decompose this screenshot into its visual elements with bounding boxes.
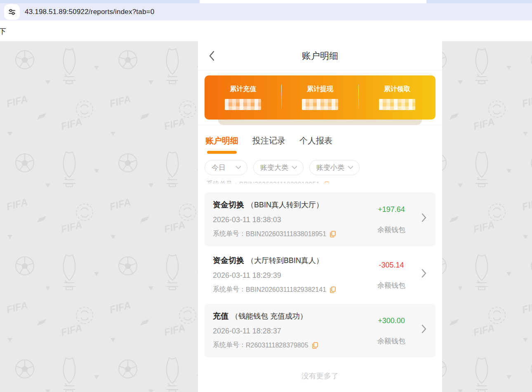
- site-settings-button[interactable]: [4, 4, 20, 20]
- tab-account-detail[interactable]: 账户明细: [205, 135, 238, 154]
- address-bar[interactable]: 43.198.51.89:50922/reports/index?tab=0: [0, 3, 532, 21]
- txn-order-line: 系统单号： BBIN202603111838018951: [213, 230, 361, 238]
- copy-icon[interactable]: [330, 231, 336, 237]
- tab-personal-report[interactable]: 个人报表: [299, 135, 332, 154]
- transaction-right: +300.00 余额钱包: [369, 317, 414, 346]
- card-echo-strip: [218, 120, 422, 125]
- txn-subtitle: （钱能钱包 充值成功）: [231, 311, 307, 321]
- masked-value: [225, 99, 261, 110]
- txn-datetime: 2026-03-11 18:28:37: [213, 327, 361, 336]
- back-chevron-icon: [209, 51, 214, 61]
- order-label: 系统单号：: [213, 285, 246, 294]
- txn-wallet: 余额钱包: [369, 281, 414, 290]
- tab-label: 账户明细: [205, 136, 238, 145]
- corner-text: 下: [0, 26, 6, 36]
- order-label: 系统单号：: [213, 230, 246, 238]
- txn-datetime: 2026-03-11 18:29:39: [213, 271, 361, 280]
- tab-bar: 账户明细 投注记录 个人报表: [198, 125, 442, 154]
- txn-type: 充值: [213, 311, 228, 322]
- tab-label: 投注记录: [252, 136, 285, 145]
- chevron-right-icon: [421, 324, 426, 333]
- chevron-right-icon: [421, 213, 426, 222]
- summary-label: 累计充值: [230, 85, 256, 94]
- summary-label: 累计领取: [384, 85, 410, 94]
- filter-major-type-dropdown[interactable]: 账变大类: [253, 160, 304, 175]
- masked-value: [379, 99, 415, 110]
- summary-col-claimed: 累计领取: [358, 75, 435, 120]
- clipped-list-item: 系统单号： BBIN202603111838018951: [198, 179, 442, 192]
- tab-bet-records[interactable]: 投注记录: [252, 135, 285, 154]
- transaction-list: 资金切换 （BBIN真人转到大厅） 2026-03-11 18:38:03 系统…: [198, 192, 442, 357]
- no-more-text: 没有更多了: [198, 359, 442, 389]
- txn-wallet: 余额钱包: [369, 225, 414, 235]
- tab-label: 个人报表: [299, 136, 332, 145]
- chevron-down-icon: [235, 166, 241, 169]
- filter-date-dropdown[interactable]: 今日: [205, 160, 247, 175]
- chevron-down-icon: [292, 166, 297, 169]
- summary-col-recharge: 累计充值: [205, 75, 282, 120]
- order-number: BBIN202603111829382141: [246, 286, 326, 293]
- page-title: 账户明细: [198, 41, 442, 70]
- order-number: R2603111828379805: [246, 342, 308, 349]
- filter-label: 账变小类: [316, 163, 344, 172]
- browser-active-tab: [200, 0, 426, 3]
- transaction-right: +197.64 余额钱包: [369, 205, 414, 235]
- txn-type: 资金切换: [213, 200, 244, 210]
- page-top-strip: 下: [0, 21, 532, 41]
- chevron-down-icon: [348, 166, 353, 169]
- copy-icon[interactable]: [312, 342, 318, 349]
- summary-card: 累计充值 累计提现 累计领取: [205, 75, 435, 120]
- filter-bar: 今日 账变大类 账变小类: [198, 154, 442, 179]
- txn-amount: +197.64: [369, 205, 414, 214]
- summary-col-withdraw: 累计提现: [282, 75, 359, 120]
- txn-subtitle: （大厅转到BBIN真人）: [247, 256, 323, 265]
- browser-tab-strip: [0, 0, 532, 3]
- url-text[interactable]: 43.198.51.89:50922/reports/index?tab=0: [25, 8, 154, 16]
- site-settings-icon: [8, 8, 16, 16]
- txn-type: 资金切换: [213, 255, 244, 266]
- txn-order-line: 系统单号： R2603111828379805: [213, 341, 361, 350]
- txn-amount: -305.14: [369, 261, 414, 270]
- filter-label: 今日: [212, 163, 226, 172]
- copy-icon[interactable]: [330, 286, 336, 293]
- filter-minor-type-dropdown[interactable]: 账变小类: [309, 160, 360, 175]
- page-content: FIFA FIFA: [0, 41, 532, 392]
- summary-label: 累计提现: [307, 85, 333, 94]
- order-number: BBIN202603111838018951: [246, 230, 326, 238]
- chevron-right-icon: [421, 269, 426, 278]
- back-button[interactable]: [209, 51, 214, 63]
- txn-amount: +300.00: [369, 317, 414, 325]
- panel-header: 账户明细: [198, 41, 442, 70]
- order-label: 系统单号：: [213, 341, 246, 350]
- mobile-panel: 账户明细 累计充值 累计提现 累计领取: [198, 41, 442, 392]
- filter-label: 账变大类: [260, 163, 288, 172]
- txn-wallet: 余额钱包: [369, 336, 414, 346]
- summary-section: 累计充值 累计提现 累计领取: [198, 70, 442, 125]
- transaction-right: -305.14 余额钱包: [369, 261, 414, 290]
- transaction-row[interactable]: 资金切换 （大厅转到BBIN真人） 2026-03-11 18:29:39 系统…: [205, 248, 435, 302]
- summary-divider: [358, 85, 359, 108]
- txn-subtitle: （BBIN真人转到大厅）: [247, 200, 323, 210]
- summary-divider: [281, 85, 282, 108]
- masked-value: [302, 99, 338, 110]
- transaction-row[interactable]: 资金切换 （BBIN真人转到大厅） 2026-03-11 18:38:03 系统…: [205, 192, 435, 246]
- active-tab-underline: [207, 151, 237, 154]
- browser-chrome: 43.198.51.89:50922/reports/index?tab=0 下: [0, 0, 532, 41]
- txn-order-line: 系统单号： BBIN202603111829382141: [213, 285, 361, 294]
- txn-datetime: 2026-03-11 18:38:03: [213, 216, 361, 224]
- transaction-row[interactable]: 充值 （钱能钱包 充值成功） 2026-03-11 18:28:37 系统单号：…: [205, 304, 435, 357]
- fade-overlay: [198, 179, 442, 192]
